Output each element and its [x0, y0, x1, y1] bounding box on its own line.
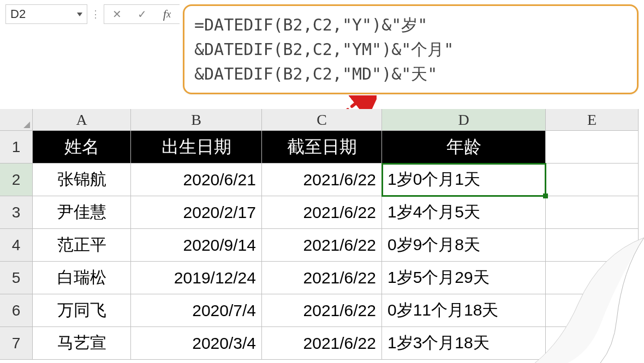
cell-e1[interactable] [546, 131, 639, 164]
header-birth: 出生日期 [162, 135, 231, 159]
enter-icon[interactable]: ✓ [129, 5, 154, 23]
cell-a5[interactable]: 白瑞松 [33, 262, 131, 294]
row-header-1[interactable]: 1 [0, 131, 33, 164]
cell-d1[interactable]: 年龄 [382, 131, 546, 164]
row-header-7[interactable]: 7 [0, 327, 33, 360]
cell-d5[interactable]: 1岁5个月29天 [382, 262, 546, 294]
col-header-c[interactable]: C [262, 109, 382, 131]
formula-input[interactable]: =DATEDIF(B2,C2,"Y")&"岁" &DATEDIF(B2,C2,"… [183, 4, 639, 94]
cell-a3[interactable]: 尹佳慧 [33, 196, 131, 229]
cell-a7[interactable]: 马艺宣 [33, 327, 131, 360]
cell-d7[interactable]: 1岁3个月18天 [382, 327, 546, 360]
cell-b6[interactable]: 2020/7/4 [131, 294, 262, 327]
cell-a6[interactable]: 万同飞 [33, 294, 131, 327]
col-header-e[interactable]: E [546, 109, 639, 131]
select-all-corner[interactable] [0, 109, 33, 131]
formula-bar: D2 ⋮ ✕ ✓ fx =DATEDIF(B2,C2,"Y")&"岁" &DAT… [0, 0, 644, 98]
cell-a4[interactable]: 范正平 [33, 229, 131, 262]
name-box[interactable]: D2 [5, 4, 87, 24]
name-box-value: D2 [10, 7, 26, 21]
cell-b4[interactable]: 2020/9/14 [131, 229, 262, 262]
separator: ⋮ [87, 4, 104, 24]
formula-line-1: =DATEDIF(B2,C2,"Y")&"岁" [194, 13, 627, 37]
row-header-2[interactable]: 2 [0, 164, 33, 196]
formula-bar-buttons: ✕ ✓ fx [104, 4, 180, 24]
cell-a1[interactable]: 姓名 [33, 131, 131, 164]
cell-c7[interactable]: 2021/6/22 [262, 327, 382, 360]
cell-e2[interactable] [546, 164, 639, 196]
cell-e6[interactable] [546, 294, 639, 327]
cell-b5[interactable]: 2019/12/24 [131, 262, 262, 294]
formula-line-2: &DATEDIF(B2,C2,"YM")&"个月" [194, 37, 627, 62]
cell-e7[interactable] [546, 327, 639, 360]
cell-e3[interactable] [546, 196, 639, 229]
cell-e4[interactable] [546, 229, 639, 262]
formula-line-3: &DATEDIF(B2,C2,"MD")&"天" [194, 62, 627, 86]
col-header-d[interactable]: D [382, 109, 546, 131]
header-until: 截至日期 [287, 135, 357, 159]
cell-b2[interactable]: 2020/6/21 [131, 164, 262, 196]
spreadsheet-grid: A B C D E 1 姓名 出生日期 截至日期 年龄 2 张锦航 2020/6… [0, 109, 644, 360]
cell-c5[interactable]: 2021/6/22 [262, 262, 382, 294]
cell-d4[interactable]: 0岁9个月8天 [382, 229, 546, 262]
cell-c3[interactable]: 2021/6/22 [262, 196, 382, 229]
cell-b7[interactable]: 2020/3/4 [131, 327, 262, 360]
dropdown-icon [77, 13, 82, 16]
cell-c6[interactable]: 2021/6/22 [262, 294, 382, 327]
row-header-6[interactable]: 6 [0, 294, 33, 327]
cell-b3[interactable]: 2020/2/17 [131, 196, 262, 229]
cell-d3[interactable]: 1岁4个月5天 [382, 196, 546, 229]
cell-d2[interactable]: 1岁0个月1天 [382, 164, 546, 196]
cell-b1[interactable]: 出生日期 [131, 131, 262, 164]
cell-c1[interactable]: 截至日期 [262, 131, 382, 164]
col-header-b[interactable]: B [131, 109, 262, 131]
fx-icon[interactable]: fx [154, 5, 180, 23]
cell-c4[interactable]: 2021/6/22 [262, 229, 382, 262]
col-header-a[interactable]: A [33, 109, 131, 131]
header-name: 姓名 [64, 135, 99, 159]
cell-c2[interactable]: 2021/6/22 [262, 164, 382, 196]
row-header-3[interactable]: 3 [0, 196, 33, 229]
row-header-5[interactable]: 5 [0, 262, 33, 294]
cell-a2[interactable]: 张锦航 [33, 164, 131, 196]
header-age: 年龄 [446, 135, 481, 159]
cell-d6[interactable]: 0岁11个月18天 [382, 294, 546, 327]
cancel-icon[interactable]: ✕ [104, 5, 129, 23]
cell-e5[interactable] [546, 262, 639, 294]
row-header-4[interactable]: 4 [0, 229, 33, 262]
